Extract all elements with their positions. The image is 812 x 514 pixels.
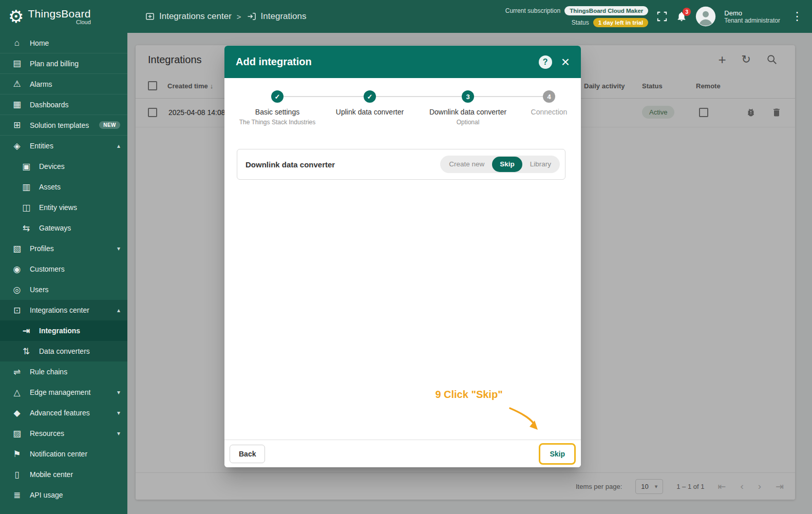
sidebar-item-customers[interactable]: ◉ Customers [0, 259, 127, 279]
fullscreen-button[interactable] [656, 11, 668, 22]
assets-icon: ▥ [21, 182, 32, 193]
sidebar-item-notification-center[interactable]: ⚑ Notification center [0, 444, 127, 464]
chevron-down-icon: ▾ [117, 409, 120, 416]
subscription-label: Current subscription [505, 7, 560, 14]
sidebar-item-integrations-center[interactable]: ⊡ Integrations center ▴ [0, 300, 127, 320]
users-icon: ◎ [11, 284, 23, 295]
sidebar-item-dashboards[interactable]: ▦ Dashboards [0, 94, 127, 115]
skip-button[interactable]: Skip [541, 446, 573, 462]
step-complete-check-icon: ✓ [271, 90, 284, 103]
toggle-library[interactable]: Library [522, 157, 559, 172]
chevron-down-icon: ▾ [117, 389, 120, 396]
profiles-icon: ▧ [11, 243, 23, 254]
sidebar-item-devices[interactable]: ▣ Devices [0, 156, 127, 177]
step-number: 3 [462, 90, 474, 103]
sidebar-item-integrations[interactable]: ⇥ Integrations [0, 320, 127, 341]
chevron-down-icon: ▾ [117, 245, 120, 252]
more-menu-button[interactable]: ⋮ [788, 11, 806, 22]
section-label: Downlink data converter [246, 160, 335, 169]
annotation-text: 9 Click "Skip" [392, 389, 546, 401]
edge-management-icon: △ [11, 387, 23, 398]
api-usage-icon: ≣ [11, 490, 23, 501]
alarm-icon: ⚠ [11, 79, 23, 89]
rule-chains-icon: ⇌ [11, 367, 23, 377]
app-subtitle: Cloud [76, 19, 91, 25]
fullscreen-icon [656, 11, 668, 22]
sidebar-item-plan-and-billing[interactable]: ▤ Plan and billing [0, 53, 127, 74]
data-converters-icon: ⇅ [21, 346, 32, 357]
dialog-title: Add integration [236, 56, 312, 68]
customers-icon: ◉ [11, 264, 23, 275]
integrations-icon [247, 11, 257, 22]
top-bar: ⚙ ThingsBoard Cloud Integrations center … [0, 0, 812, 33]
sidebar-item-data-converters[interactable]: ⇅ Data converters [0, 341, 127, 361]
integrations-icon: ⇥ [21, 326, 32, 336]
breadcrumb: Integrations center > Integrations [145, 11, 306, 22]
new-badge: NEW [99, 121, 120, 129]
sidebar-item-edge-management[interactable]: △ Edge management ▾ [0, 382, 127, 403]
sidebar-item-entity-views[interactable]: ◫ Entity views [0, 197, 127, 218]
sidebar-item-advanced-features[interactable]: ◆ Advanced features ▾ [0, 403, 127, 423]
add-integration-dialog: Add integration ? × ✓ Basic settings The… [224, 46, 581, 467]
billing-icon: ▤ [11, 58, 23, 69]
notifications-button[interactable]: 3 [676, 11, 687, 22]
sidebar-item-mobile-center[interactable]: ▯ Mobile center [0, 464, 127, 485]
sidebar-item-gateways[interactable]: ⇆ Gateways [0, 218, 127, 238]
chevron-up-icon: ▴ [117, 142, 120, 149]
app-logo[interactable]: ⚙ ThingsBoard Cloud [0, 8, 127, 25]
chevron-up-icon: ▴ [117, 307, 120, 314]
sidebar: ⌂ Home ▤ Plan and billing ⚠ Alarms ▦ Das… [0, 33, 127, 514]
user-info: Demo Tenant administrator [724, 9, 780, 24]
integrations-center-icon: ⊡ [11, 305, 23, 316]
home-icon: ⌂ [11, 38, 23, 48]
user-avatar[interactable] [695, 6, 716, 27]
sidebar-item-home[interactable]: ⌂ Home [0, 33, 127, 53]
notification-count-badge: 3 [683, 8, 691, 16]
user-name: Demo [724, 9, 780, 17]
step-number: 4 [543, 90, 555, 103]
advanced-features-icon: ◆ [11, 408, 23, 418]
breadcrumb-integrations[interactable]: Integrations [247, 11, 307, 22]
gateways-icon: ⇆ [21, 223, 32, 234]
sidebar-item-alarms[interactable]: ⚠ Alarms [0, 74, 127, 94]
breadcrumb-separator: > [237, 12, 241, 21]
integrations-center-icon [145, 11, 155, 22]
toggle-create-new[interactable]: Create new [441, 157, 492, 172]
sidebar-item-rule-chains[interactable]: ⇌ Rule chains [0, 361, 127, 382]
sidebar-item-resources[interactable]: ▨ Resources ▾ [0, 423, 127, 444]
annotation-arrow [506, 405, 547, 435]
toggle-skip[interactable]: Skip [492, 157, 522, 172]
dashboards-icon: ▦ [11, 99, 23, 110]
notification-icon: ⚑ [11, 449, 23, 460]
breadcrumb-integrations-center[interactable]: Integrations center [145, 11, 232, 22]
step-uplink-data-converter[interactable]: ✓ Uplink data converter [316, 90, 424, 116]
sidebar-item-users[interactable]: ◎ Users [0, 279, 127, 300]
mobile-icon: ▯ [11, 469, 23, 480]
subscription-status-block: Current subscription ThingsBoard Cloud M… [505, 6, 649, 27]
stepper: ✓ Basic settings The Things Stack Indust… [224, 78, 581, 142]
sidebar-item-entities[interactable]: ◈ Entities ▴ [0, 136, 127, 156]
sidebar-item-assets[interactable]: ▥ Assets [0, 177, 127, 197]
step-connection[interactable]: 4 Connection [495, 90, 581, 116]
resources-icon: ▨ [11, 428, 23, 439]
app-title: ThingsBoard [28, 8, 90, 20]
dialog-header: Add integration ? × [224, 46, 581, 78]
close-icon[interactable]: × [561, 55, 570, 69]
avatar-icon [695, 6, 716, 27]
step-complete-check-icon: ✓ [364, 90, 376, 103]
help-icon[interactable]: ? [539, 55, 552, 69]
trial-chip[interactable]: 1 day left in trial [593, 18, 649, 27]
subscription-chip[interactable]: ThingsBoard Cloud Maker [564, 6, 648, 15]
entity-views-icon: ◫ [21, 202, 32, 213]
dialog-footer: Back Skip [224, 440, 581, 467]
user-role: Tenant administrator [724, 17, 780, 24]
sidebar-item-profiles[interactable]: ▧ Profiles ▾ [0, 238, 127, 259]
status-label: Status [572, 19, 589, 26]
sidebar-item-api-usage[interactable]: ≣ API usage [0, 485, 127, 505]
step-basic-settings[interactable]: ✓ Basic settings The Things Stack Indust… [224, 90, 331, 126]
converter-mode-toggle: Create new Skip Library [440, 156, 560, 173]
thingsboard-logo-icon: ⚙ [8, 8, 24, 25]
skip-highlight: Skip [539, 443, 576, 465]
sidebar-item-solution-templates[interactable]: ⊞ Solution templates NEW [0, 115, 127, 136]
back-button[interactable]: Back [230, 445, 265, 463]
